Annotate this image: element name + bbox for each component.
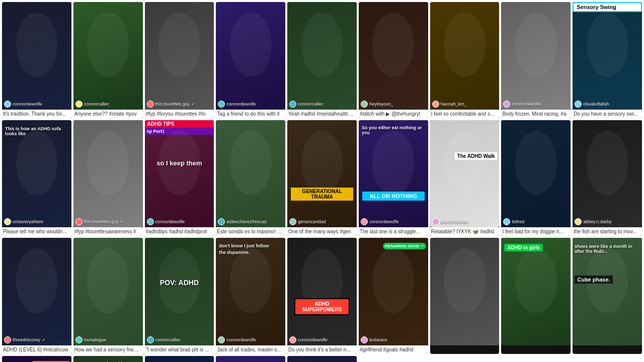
card-r4c2[interactable]: ADHD in girls <box>501 238 571 354</box>
username-label: this.tourettes.guy ✓ <box>84 219 124 224</box>
card-r3c2[interactable]: abbey.n.darbythe fish are starting to mo… <box>573 120 642 236</box>
caption-r3c2: the fish are starting to mov... <box>573 227 642 236</box>
card-r4c7[interactable]: ADHD LIFE HACK♦ <box>216 356 285 362</box>
caption-r3c4: How we had a sensory frie... <box>73 345 143 354</box>
user-r3c1: itsfred <box>503 218 524 225</box>
caption-r1c2: Anyone else?? #relate #pov <box>73 110 143 118</box>
caption-r3c8: #girlfriend #goals #adhd <box>359 345 428 354</box>
card-r2c2[interactable]: This is how an ADHD sofa looks likeomiev… <box>2 120 71 236</box>
caption-r2c6: One of the many ways #gen <box>287 227 357 236</box>
caption-r2c2: Please tell me who wouldn... <box>2 227 71 236</box>
card-r4c5[interactable]: Conversation with my A.D.H.D wife <box>73 356 143 362</box>
card-r3c1[interactable]: itsfredI feel bad for my doggie n... <box>501 120 571 236</box>
renaming-adhd-label: RENAMING ADHD ✓ <box>383 243 426 249</box>
username-label: lesbeanz <box>369 337 387 342</box>
username-label: monalogue <box>84 337 107 342</box>
adhd-superpowers-label: ADHDSUPERPOWERS <box>294 298 350 315</box>
card-r1c1[interactable]: connordewolfeIt's tradition. Thank you f… <box>2 2 71 118</box>
username-label: abbey.n.darby <box>583 219 611 224</box>
username-label: connorcallec <box>84 102 110 107</box>
user-r3c5: connorcallec <box>147 336 181 343</box>
card-r4c4[interactable]: speech problems <box>2 356 71 362</box>
card-r2c3[interactable]: this.tourettes.guy ✓#fyp #tourettesaware… <box>73 120 143 236</box>
user-r2c7: connordewolfe <box>361 218 399 225</box>
all-or-nothing-label: ALL OR NOTHING <box>362 192 425 201</box>
card-r1c2[interactable]: connorcallecAnyone else?? #relate #pov <box>73 2 143 118</box>
adhd-girls-label: ADHD in girls <box>504 244 542 251</box>
card-r1c3[interactable]: this.tourettes.guy ✓#fyp #foryou #touret… <box>145 2 214 118</box>
card-r2c1[interactable]: Sensory SwingolivialutfallahDo you have … <box>573 2 642 118</box>
card-r4c6[interactable] <box>145 356 214 362</box>
username-label: this.tourettes.guy ✓ <box>155 102 195 107</box>
caption-r3c7: Do you think it's a better n... <box>287 345 357 354</box>
caption-r1c8: Body frozen. Mind racing. #a <box>501 110 571 118</box>
card-r4c3[interactable]: shoes were like a month in after the Rub… <box>573 238 642 354</box>
username-label: omieverywhere <box>13 219 43 224</box>
card-r1c4[interactable]: connordewolfeTag a friend to do this wit… <box>216 2 285 118</box>
username-label: connorcallec <box>155 337 181 342</box>
username-label: heyitsyoon_ <box>369 102 393 107</box>
caption-r1c7: I feel so comfortable and s... <box>430 110 500 118</box>
this-is-how-text: This is how an ADHD sofa looks like <box>5 126 71 136</box>
username-label: connordewolfe <box>13 102 42 107</box>
user-r1c7: hannah_km_ <box>432 101 467 108</box>
user-r3c4: monalogue <box>75 336 107 343</box>
user-r3c8: lesbeanz <box>361 336 387 343</box>
username-label: olivialutfallah <box>583 102 609 107</box>
shoes-text: shoes were like a month in after the Rub… <box>575 244 642 254</box>
user-r2c2: omieverywhere <box>4 218 43 225</box>
card-r3c7[interactable]: ADHDSUPERPOWERSconnordewolfeDo you think… <box>287 238 357 354</box>
card-r3c3[interactable]: threedotcorey ✓ADHD (LEVEL 6) #micahcow <box>2 238 71 354</box>
user-r1c2: connorcallec <box>75 101 110 108</box>
card-r2c5[interactable]: aideechavezfrescasEste sonido es lo máxi… <box>216 120 285 236</box>
caption-r3c5: "I wonder what brad pitt is ... <box>145 345 214 354</box>
username-label: savetimeshan <box>441 219 469 224</box>
username-label: aideechavezfrescas <box>226 219 267 224</box>
card-r2c8[interactable]: The ADHD WalksavetimeshanRelatable? IYKY… <box>430 120 500 236</box>
card-r2c7[interactable]: So you either eat nothing or youALL OR N… <box>359 120 428 236</box>
user-r2c6: genericartdad <box>289 218 326 225</box>
sensory-swing-label: Sensory Swing <box>573 2 642 12</box>
user-r1c5: connorcallec <box>289 101 324 108</box>
caption-r2c5: Este sonido es lo máximo! ... <box>216 227 285 236</box>
username-label: connordewolfe <box>512 102 541 107</box>
username-label: connordewolfe <box>155 219 185 224</box>
user-r2c3: this.tourettes.guy ✓ <box>75 218 124 225</box>
adhd-tips-label: ADHD TIPS <box>145 120 214 128</box>
card-r2c6[interactable]: GENERATIONAL TRAUMAgenericartdadOne of t… <box>287 120 357 236</box>
card-r3c8[interactable]: RENAMING ADHD ✓lesbeanz#girlfriend #goal… <box>359 238 428 354</box>
so-you-either-text: So you either eat nothing or you <box>362 125 424 135</box>
caption-r3c6: Jack of all trades, master o... <box>216 345 285 354</box>
user-r3c6: connordewolfe <box>218 336 256 343</box>
card-r2c4[interactable]: ADHD TIPSsp Part1so I keep themconnordew… <box>145 120 214 236</box>
username-label: connordewolfe <box>226 337 256 342</box>
caption-r1c6: #stitch with ▶ @thehungryt <box>359 110 428 118</box>
pov-adhd-label: POV: ADHD <box>160 279 199 287</box>
card-r1c6[interactable]: heyitsyoon_#stitch with ▶ @thehungryt <box>359 2 428 118</box>
card-r1c5[interactable]: connorcallecYeah #adhd #mentalhealth ... <box>287 2 357 118</box>
cube-phase-label: Cube phase. <box>575 276 612 284</box>
card-r4c8[interactable] <box>287 356 357 362</box>
username-label: connordewolfe <box>298 337 328 342</box>
adhd-walk-label: The ADHD Walk <box>455 152 498 160</box>
user-r3c7: connordewolfe <box>289 336 328 343</box>
caption-r2c1: Do you have a sensory swi... <box>573 110 642 118</box>
video-grid: connordewolfeIt's tradition. Thank you f… <box>0 0 644 362</box>
card-r1c7[interactable]: hannah_km_I feel so comfortable and s... <box>430 2 500 118</box>
card-r3c5[interactable]: POV: ADHDconnorcallec"I wonder what brad… <box>145 238 214 354</box>
card-r3c6[interactable]: don't know I just followthe dopamine.con… <box>216 238 285 354</box>
caption-r1c3: #fyp #foryou #tourettes #fo <box>145 110 214 118</box>
caption-r2c7: The last one is a struggle... <box>359 227 428 236</box>
username-label: genericartdad <box>298 219 326 224</box>
caption-r1c4: Tag a friend to do this with # <box>216 110 285 118</box>
user-r1c6: heyitsyoon_ <box>361 101 393 108</box>
card-r3c4[interactable]: monalogueHow we had a sensory frie... <box>73 238 143 354</box>
username-label: connordewolfe <box>369 219 399 224</box>
generational-trauma-label: GENERATIONAL TRAUMA <box>291 188 353 201</box>
user-r3c2: abbey.n.darby <box>575 218 611 225</box>
caption-r2c3: #fyp #tourettesawareness # <box>73 227 143 236</box>
dopamine-text: don't know I just followthe dopamine. <box>219 243 269 255</box>
username-label: threedotcorey ✓ <box>13 337 46 342</box>
card-r1c8[interactable]: connordewolfeBody frozen. Mind racing. #… <box>501 2 571 118</box>
card-r4c1[interactable] <box>430 238 500 354</box>
